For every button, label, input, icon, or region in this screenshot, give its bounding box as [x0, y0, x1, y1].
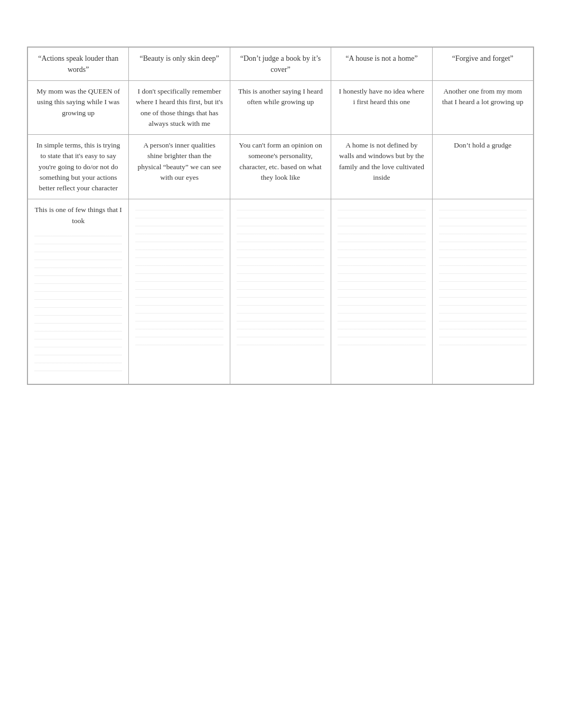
- row1-col2: I don't specifically remember where I he…: [129, 81, 230, 135]
- table-row: This is one of few things that I took: [28, 199, 534, 384]
- row1-col1: My mom was the QUEEN of using this sayin…: [28, 81, 129, 135]
- row3-col4: [331, 199, 432, 384]
- row1-col4: I honestly have no idea where i first he…: [331, 81, 432, 135]
- table-row: My mom was the QUEEN of using this sayin…: [28, 81, 534, 135]
- row2-col3: You can't form an opinion on someone's p…: [230, 135, 331, 199]
- header-row: “Actions speak louder than words” “Beaut…: [28, 48, 534, 81]
- header-col-3: “Don’t judge a book by it’s cover”: [230, 48, 331, 81]
- row2-col5: Don’t hold a grudge: [432, 135, 533, 199]
- row2-col2: A person's inner qualities shine brighte…: [129, 135, 230, 199]
- row2-col1: In simple terms, this is trying to state…: [28, 135, 129, 199]
- row2-col4: A home is not defined by walls and windo…: [331, 135, 432, 199]
- header-col-2: “Beauty is only skin deep”: [129, 48, 230, 81]
- cultural-values-table: “Actions speak louder than words” “Beaut…: [27, 47, 534, 384]
- header-col-1: “Actions speak louder than words”: [28, 48, 129, 81]
- header-col-5: “Forgive and forget”: [432, 48, 533, 81]
- page-container: “Actions speak louder than words” “Beaut…: [27, 32, 534, 696]
- row3-col1: This is one of few things that I took: [28, 199, 129, 384]
- row3-col2: [129, 199, 230, 384]
- row3-col5: [432, 199, 533, 384]
- row1-col5: Another one from my mom that I heard a l…: [432, 81, 533, 135]
- table-row: In simple terms, this is trying to state…: [28, 135, 534, 199]
- table-container: “Actions speak louder than words” “Beaut…: [27, 47, 534, 385]
- header-col-4: “A house is not a home”: [331, 48, 432, 81]
- row1-col3: This is another saying I heard often whi…: [230, 81, 331, 135]
- row3-col3: [230, 199, 331, 384]
